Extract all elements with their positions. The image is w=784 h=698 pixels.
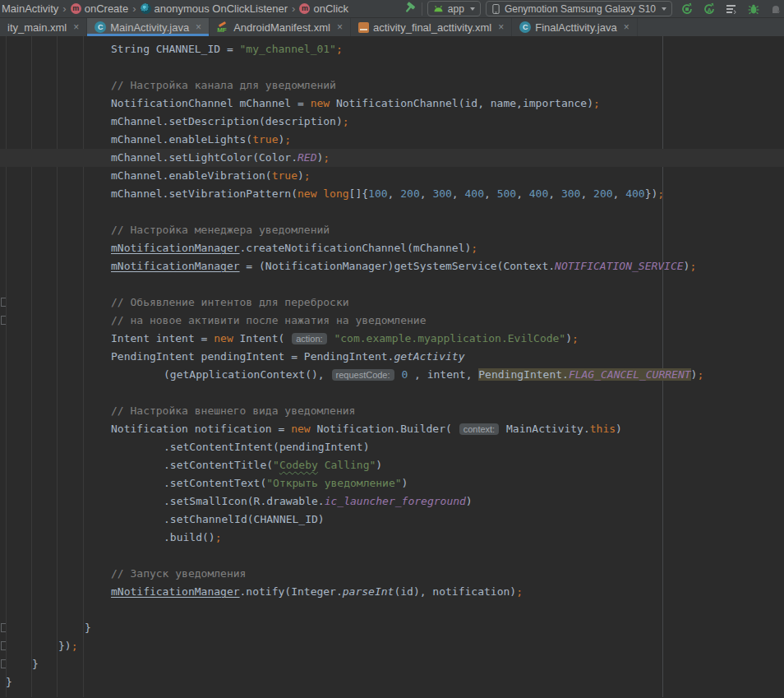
code-line[interactable]: mChannel.setDescription(description); <box>0 113 784 131</box>
apply-changes-restart-icon[interactable] <box>680 2 694 16</box>
fold-marker-icon[interactable] <box>1 316 6 325</box>
toolbar-actions: A <box>680 2 782 16</box>
code-line[interactable]: // на новое активити после нажатия на ув… <box>0 312 784 330</box>
close-icon[interactable]: × <box>73 22 79 32</box>
code-line[interactable]: mNotificationManager.createNotificationC… <box>0 239 784 257</box>
chevron-down-icon <box>662 7 666 11</box>
code-line[interactable]: // Настройка менеджера уведомлений <box>0 221 784 239</box>
build-hammer-icon[interactable] <box>404 1 417 16</box>
toolbar-separator <box>422 2 422 16</box>
breadcrumb-separator: › <box>132 2 136 15</box>
tab-activity-main-xml[interactable]: ity_main.xml× <box>0 18 87 36</box>
breadcrumb-label: MainActivity <box>2 2 58 15</box>
code-line[interactable]: .setContentTitle("Codeby Calling") <box>0 456 784 474</box>
code-area: String CHANNEL_ID = "my_channel_01";// Н… <box>0 36 784 691</box>
code-line[interactable]: } <box>0 619 784 637</box>
tab-finalacttivity-java[interactable]: CFinalActtivity.java× <box>512 18 637 36</box>
close-icon[interactable]: × <box>624 22 630 32</box>
device-select[interactable]: Genymotion Samsung Galaxy S10 <box>486 1 672 16</box>
coverage-icon[interactable] <box>725 2 738 16</box>
svg-text:A: A <box>707 6 712 13</box>
android-icon <box>433 4 444 14</box>
breadcrumb-label: anonymous OnClickListener <box>154 2 288 15</box>
code-line[interactable] <box>0 203 784 221</box>
code-line[interactable]: .setChannelId(CHANNEL_ID) <box>0 511 784 529</box>
close-icon[interactable]: × <box>196 22 201 32</box>
breadcrumb-onclick[interactable]: monClick <box>299 2 348 15</box>
breadcrumb-anonymous-onclicklistener[interactable]: anonymous OnClickListener <box>141 2 288 15</box>
code-line[interactable]: // Запуск уведомления <box>0 565 784 583</box>
java-class-icon: C <box>95 21 106 33</box>
code-line[interactable]: } <box>0 673 784 691</box>
code-line[interactable]: mNotificationManager.notify(Integer.pars… <box>0 583 784 601</box>
code-line[interactable]: NotificationChannel mChannel = new Notif… <box>0 95 784 113</box>
code-line[interactable]: mChannel.enableLights(true); <box>0 131 784 149</box>
tab-label: ity_main.xml <box>7 21 67 34</box>
code-line[interactable]: (getApplicationContext(), requestCode: 0… <box>0 366 784 384</box>
code-editor[interactable]: String CHANNEL_ID = "my_channel_01";// Н… <box>0 36 784 697</box>
code-line[interactable]: // Настройка внешнего вида уведомления <box>0 402 784 420</box>
code-line[interactable]: .setSmallIcon(R.drawable.ic_launcher_for… <box>0 492 784 511</box>
navigation-bar: MainActivity›monCreate›anonymous OnClick… <box>0 0 784 18</box>
code-line[interactable]: .setContentText("Открыть уведомление") <box>0 474 784 492</box>
code-line[interactable]: mChannel.setVibrationPattern(new long[]{… <box>0 185 784 203</box>
tab-label: MainActivity.java <box>110 21 189 34</box>
fold-marker-icon[interactable] <box>1 641 6 650</box>
code-line[interactable]: // Настройка канала для уведомлений <box>0 76 784 95</box>
close-icon[interactable]: × <box>337 22 343 32</box>
breadcrumb-label: onClick <box>313 2 348 15</box>
method-icon: m <box>71 3 81 14</box>
anonymous-class-icon <box>141 3 151 14</box>
code-line[interactable]: Notification notification = new Notifica… <box>0 420 784 438</box>
code-line[interactable]: .build(); <box>0 529 784 547</box>
code-line[interactable] <box>0 601 784 619</box>
breadcrumb-separator: › <box>62 2 66 15</box>
code-line[interactable] <box>0 384 784 402</box>
method-icon: m <box>299 3 310 14</box>
tab-label: activity_final_acttivity.xml <box>373 21 491 34</box>
code-line[interactable]: mChannel.enableVibration(true); <box>0 167 784 185</box>
chevron-down-icon <box>470 7 475 11</box>
code-line[interactable]: PendingIntent pendingIntent = PendingInt… <box>0 348 784 366</box>
code-line[interactable]: Intent intent = new Intent( action: "com… <box>0 330 784 348</box>
tab-label: FinalActtivity.java <box>535 21 616 34</box>
code-line[interactable] <box>0 58 784 76</box>
fold-marker-icon[interactable] <box>1 623 6 632</box>
code-line[interactable]: mNotificationManager = (NotificationMana… <box>0 257 784 275</box>
code-line[interactable]: }); <box>0 637 784 655</box>
run-configuration-label: app <box>448 3 464 15</box>
manifest-file-icon: MF <box>217 21 229 34</box>
code-line[interactable] <box>0 547 784 565</box>
tab-activity-final-acttivity-xml[interactable]: activity_final_acttivity.xml× <box>351 18 512 36</box>
device-label: Genymotion Samsung Galaxy S10 <box>505 3 656 15</box>
breadcrumb-mainactivity[interactable]: MainActivity <box>2 2 58 15</box>
code-line[interactable]: String CHANNEL_ID = "my_channel_01"; <box>0 40 784 58</box>
code-line[interactable]: // Обьявление интентов для переброски <box>0 294 784 312</box>
apply-code-changes-icon[interactable]: A <box>703 2 716 16</box>
close-icon[interactable]: × <box>498 22 504 32</box>
editor-tabs: ity_main.xml×CMainActivity.java×MFAndroi… <box>0 18 784 36</box>
tab-androidmanifest-xml[interactable]: MFAndroidManifest.xml× <box>210 18 351 36</box>
debug-icon[interactable] <box>747 2 760 16</box>
run-toolbar: app Genymotion Samsung Galaxy S10 A <box>404 1 784 16</box>
breadcrumb-label: onCreate <box>85 2 128 15</box>
fold-marker-icon[interactable] <box>1 298 6 307</box>
profile-icon[interactable] <box>769 2 782 16</box>
phone-icon <box>491 3 500 15</box>
code-line[interactable]: mChannel.setLightColor(Color.RED); <box>0 149 784 167</box>
java-class-icon: C <box>519 21 531 33</box>
breadcrumb-oncreate[interactable]: monCreate <box>71 2 128 15</box>
tab-mainactivity-java[interactable]: CMainActivity.java× <box>87 18 210 36</box>
breadcrumb-separator: › <box>292 2 295 15</box>
layout-xml-file-icon <box>358 22 369 33</box>
code-line[interactable]: .setContentIntent(pendingIntent) <box>0 438 784 456</box>
breadcrumb: MainActivity›monCreate›anonymous OnClick… <box>0 2 348 15</box>
code-line[interactable] <box>0 275 784 294</box>
fold-marker-icon[interactable] <box>1 659 6 668</box>
tab-label: AndroidManifest.xml <box>233 21 330 34</box>
code-line[interactable]: } <box>0 655 784 673</box>
run-configuration-select[interactable]: app <box>427 1 481 16</box>
